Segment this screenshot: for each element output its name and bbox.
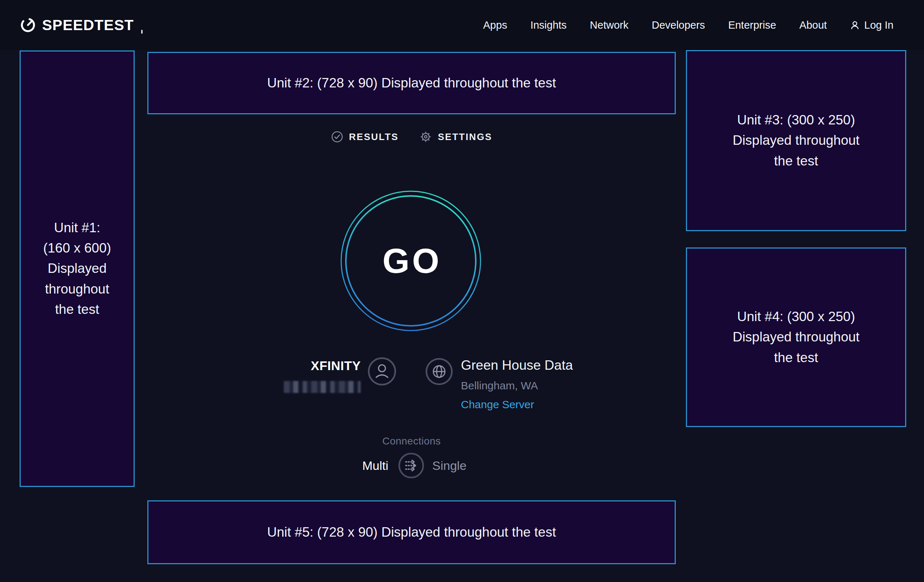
speedtest-page: SPEEDTEST Apps Insights Network Develope… (0, 0, 924, 582)
nav-links: Apps Insights Network Developers Enterpr… (483, 19, 894, 31)
ad-unit-4-label: Unit #4: (300 x 250) Displayed throughou… (733, 307, 860, 368)
nav-item-apps[interactable]: Apps (483, 19, 507, 31)
nav-item-about[interactable]: About (800, 19, 827, 31)
ad-unit-5-label: Unit #5: (728 x 90) Displayed throughout… (267, 522, 556, 542)
logo-wordmark: SPEEDTEST (42, 17, 134, 34)
check-circle-icon (331, 130, 343, 143)
go-button[interactable]: GO (340, 190, 482, 331)
tab-results-label: RESULTS (349, 131, 399, 143)
ad-unit-5[interactable]: Unit #5: (728 x 90) Displayed throughout… (147, 500, 676, 564)
ad-unit-3-label: Unit #3: (300 x 250) Displayed throughou… (733, 110, 860, 171)
isp-name: XFINITY (219, 358, 361, 373)
ad-unit-1-label: Unit #1: (160 x 600) Displayed throughou… (43, 218, 111, 320)
tab-results[interactable]: RESULTS (331, 130, 399, 143)
server-name: Green House Data (461, 358, 573, 373)
nav-item-insights[interactable]: Insights (530, 19, 566, 31)
isp-ip-redacted (284, 381, 361, 393)
nav-item-network[interactable]: Network (590, 19, 628, 31)
trademark-mark (141, 30, 143, 34)
ad-unit-2-label: Unit #2: (728 x 90) Displayed throughout… (267, 73, 556, 93)
nav-item-enterprise[interactable]: Enterprise (728, 19, 776, 31)
ad-unit-1[interactable]: Unit #1: (160 x 600) Displayed throughou… (20, 50, 135, 487)
connections-toggle[interactable] (398, 452, 424, 478)
connections-multi-option[interactable]: Multi (362, 458, 388, 473)
gear-icon (419, 130, 432, 143)
top-nav: SPEEDTEST Apps Insights Network Develope… (0, 0, 924, 50)
gauge-logo-icon (20, 17, 36, 33)
server-location: Bellingham, WA (461, 379, 538, 392)
isp-user-icon (368, 357, 396, 387)
connections-label: Connections (147, 435, 676, 447)
change-server-link[interactable]: Change Server (461, 398, 534, 411)
tab-settings[interactable]: SETTINGS (419, 130, 492, 143)
server-globe-icon (425, 358, 453, 387)
ad-unit-4[interactable]: Unit #4: (300 x 250) Displayed throughou… (686, 247, 906, 427)
ad-unit-3[interactable]: Unit #3: (300 x 250) Displayed throughou… (686, 50, 906, 231)
tab-bar: RESULTS (147, 130, 676, 143)
login-button[interactable]: Log In (850, 19, 894, 31)
user-icon (850, 20, 860, 30)
connections-single-option[interactable]: Single (432, 458, 467, 473)
login-label: Log In (864, 19, 894, 31)
tab-settings-label: SETTINGS (438, 131, 492, 143)
multi-connection-arrows-icon (398, 452, 424, 478)
go-button-label: GO (340, 190, 482, 331)
ad-unit-2[interactable]: Unit #2: (728 x 90) Displayed throughout… (147, 52, 676, 114)
speedtest-logo[interactable]: SPEEDTEST (20, 17, 143, 34)
nav-item-developers[interactable]: Developers (652, 19, 705, 31)
